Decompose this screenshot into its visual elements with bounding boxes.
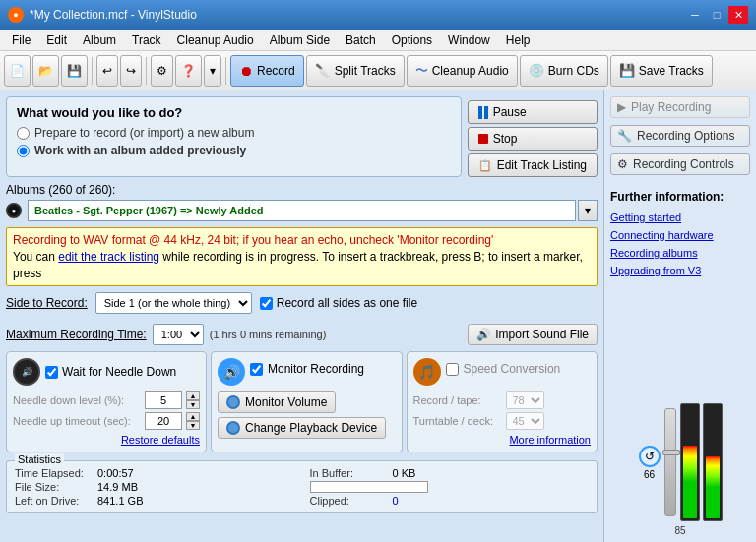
dropdown-button[interactable]: ▾ xyxy=(204,55,221,87)
needle-timeout-spinner[interactable]: ▲ ▼ xyxy=(186,412,200,430)
monitor-volume-button[interactable]: Monitor Volume xyxy=(218,391,336,413)
vu-bottom-value: 85 xyxy=(674,525,685,536)
needle-icon: 🔊 xyxy=(13,358,40,386)
progress-bar-row xyxy=(310,481,590,493)
speed-panel-title: 🎵 Speed Conversion xyxy=(413,358,592,386)
save-tracks-button[interactable]: 💾 Save Tracks xyxy=(610,55,713,87)
menu-help[interactable]: Help xyxy=(498,31,538,49)
turntable-label: Turntable / deck: xyxy=(413,415,502,427)
turntable-select[interactable]: 45 xyxy=(506,412,544,430)
menu-edit[interactable]: Edit xyxy=(38,31,75,49)
pause-icon xyxy=(478,106,488,119)
info-line2: You can edit the track listing while rec… xyxy=(13,249,591,282)
needle-level-input[interactable] xyxy=(145,391,182,409)
link-getting-started[interactable]: Getting started xyxy=(610,211,750,223)
needle-level-up[interactable]: ▲ xyxy=(186,391,200,400)
needle-level-down[interactable]: ▼ xyxy=(186,400,200,409)
restore-defaults-link[interactable]: Restore defaults xyxy=(13,434,200,446)
wait-needle-check[interactable]: Wait for Needle Down xyxy=(45,365,176,379)
pause-button[interactable]: Pause xyxy=(468,100,598,124)
menu-file[interactable]: File xyxy=(4,31,38,49)
edit-track-listing-link[interactable]: edit the track listing xyxy=(58,250,159,264)
max-time-label: Maximum Recording Time: xyxy=(6,328,147,341)
album-dropdown-arrow[interactable]: ▾ xyxy=(578,200,598,221)
vu-refresh-button[interactable]: ↺ xyxy=(639,446,661,467)
change-playback-icon xyxy=(226,421,240,435)
redo-button[interactable]: ↪ xyxy=(120,55,142,87)
recording-options-button[interactable]: 🔧 Recording Options xyxy=(610,125,750,147)
menu-track[interactable]: Track xyxy=(124,31,169,49)
needle-timeout-up[interactable]: ▲ xyxy=(186,412,200,421)
speed-conversion-input[interactable] xyxy=(446,363,459,376)
radio-existing-album-input[interactable] xyxy=(17,145,30,157)
needle-timeout-input[interactable] xyxy=(145,412,182,430)
vu-slider[interactable] xyxy=(664,408,676,516)
burn-cds-button[interactable]: 💿 Burn CDs xyxy=(520,55,608,87)
close-button[interactable]: ✕ xyxy=(728,6,748,24)
menu-album-side[interactable]: Album Side xyxy=(262,31,338,49)
menu-album[interactable]: Album xyxy=(75,31,124,49)
edit-icon: 📋 xyxy=(478,159,492,172)
undo-button[interactable]: ↩ xyxy=(96,55,118,87)
burn-icon: 💿 xyxy=(529,63,544,78)
menu-cleanup-audio[interactable]: Cleanup Audio xyxy=(169,31,262,49)
file-size-value: 14.9 MB xyxy=(97,481,138,493)
play-recording-button[interactable]: ▶ Play Recording xyxy=(610,96,750,118)
help-button[interactable]: ❓ xyxy=(175,55,202,87)
further-info-title: Further information: xyxy=(610,190,750,204)
more-info-link[interactable]: More information xyxy=(413,434,592,446)
cleanup-audio-button[interactable]: 〜 Cleanup Audio xyxy=(407,55,518,87)
link-upgrading-v3[interactable]: Upgrading from V3 xyxy=(610,265,750,276)
wait-needle-input[interactable] xyxy=(45,366,58,379)
vu-top-value: 66 xyxy=(644,469,655,480)
menu-window[interactable]: Window xyxy=(440,31,498,49)
window-controls[interactable]: ─ □ ✕ xyxy=(685,6,748,24)
time-select[interactable]: 1:00 xyxy=(153,324,204,345)
time-info: (1 hrs 0 mins remaining) xyxy=(210,329,327,340)
record-all-sides-input[interactable] xyxy=(260,297,273,310)
change-playback-button[interactable]: Change Playback Device xyxy=(218,417,386,439)
record-all-sides-check[interactable]: Record all sides as one file xyxy=(260,296,417,310)
record-tape-select[interactable]: 78 xyxy=(506,391,544,409)
menu-options[interactable]: Options xyxy=(384,31,440,49)
menu-batch[interactable]: Batch xyxy=(338,31,384,49)
side-select[interactable]: Side 1 (or the whole thing) xyxy=(95,292,252,314)
radio-existing-album-label: Work with an album added previously xyxy=(34,144,246,157)
albums-label: Albums (260 of 260): xyxy=(6,183,598,197)
new-button[interactable]: 📄 xyxy=(4,55,31,87)
album-icon: ● xyxy=(6,203,22,218)
needle-level-spinner[interactable]: ▲ ▼ xyxy=(186,391,200,409)
left-on-drive-value: 841.1 GB xyxy=(97,495,143,507)
right-panel: ▶ Play Recording 🔧 Recording Options ⚙ R… xyxy=(603,90,756,542)
vu-slider-thumb[interactable] xyxy=(662,450,680,455)
info-bar: Recording to WAV format @ 44 kHz, 24 bit… xyxy=(6,227,598,286)
radio-new-album-input[interactable] xyxy=(17,127,30,140)
app-icon: ● xyxy=(8,7,24,23)
link-recording-albums[interactable]: Recording albums xyxy=(610,247,750,259)
minimize-button[interactable]: ─ xyxy=(685,6,705,24)
maximize-button[interactable]: □ xyxy=(707,6,726,24)
radio-new-album[interactable]: Prepare to record (or import) a new albu… xyxy=(17,126,451,140)
open-button[interactable]: 📂 xyxy=(32,55,59,87)
needle-timeout-down[interactable]: ▼ xyxy=(186,421,200,430)
recording-options-label: Recording Options xyxy=(637,129,734,143)
clipped-row: Clipped: 0 xyxy=(310,495,590,507)
edit-track-listing-button[interactable]: 📋 Edit Track Listing xyxy=(468,153,598,177)
edit-label: Edit Track Listing xyxy=(497,158,587,172)
recording-controls-button[interactable]: ⚙ Recording Controls xyxy=(610,153,750,175)
cleanup-icon: 〜 xyxy=(415,62,428,80)
record-button[interactable]: ⏺ Record xyxy=(230,55,304,87)
album-selected-value[interactable]: Beatles - Sgt. Pepper (1967) => Newly Ad… xyxy=(28,200,576,221)
monitor-recording-check[interactable]: Monitor Recording xyxy=(250,362,364,376)
save-file-button[interactable]: 💾 xyxy=(61,55,88,87)
import-sound-file-button[interactable]: 🔊 Import Sound File xyxy=(468,324,598,345)
settings-button[interactable]: ⚙ xyxy=(151,55,173,87)
link-connecting-hardware[interactable]: Connecting hardware xyxy=(610,229,750,241)
monitor-recording-input[interactable] xyxy=(250,363,263,376)
speed-conversion-check[interactable]: Speed Conversion xyxy=(446,362,561,376)
speed-panel: 🎵 Speed Conversion Record / tape: 78 Tur… xyxy=(407,351,598,452)
needle-panel-title: 🔊 Wait for Needle Down xyxy=(13,358,200,386)
split-tracks-button[interactable]: 🔪 Split Tracks xyxy=(306,55,405,87)
radio-existing-album[interactable]: Work with an album added previously xyxy=(17,144,451,157)
stop-button[interactable]: Stop xyxy=(468,127,598,151)
